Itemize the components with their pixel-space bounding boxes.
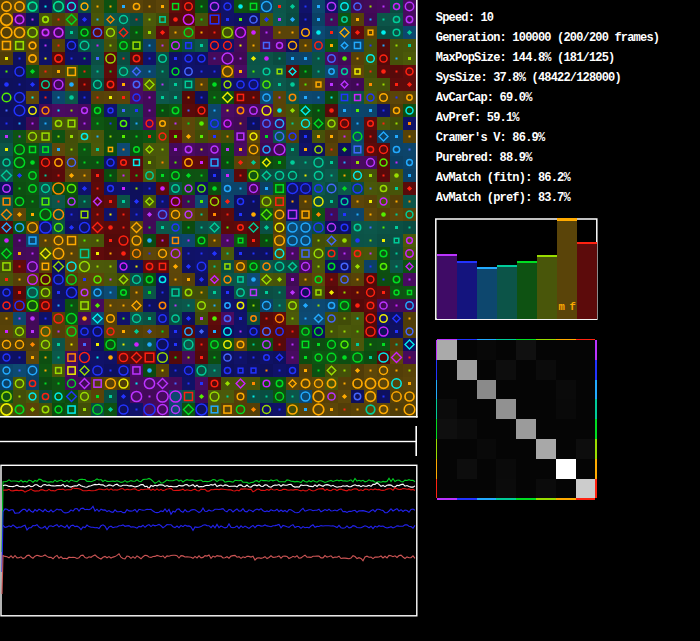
svg-text:f: f bbox=[570, 301, 576, 313]
svg-text:AvMatch (pref): 83.7%: AvMatch (pref): 83.7% bbox=[436, 191, 572, 205]
svg-text:Cramer's V: 86.9%: Cramer's V: 86.9% bbox=[436, 131, 546, 145]
svg-text:Generation: 100000 (200/200 fr: Generation: 100000 (200/200 frames) bbox=[436, 31, 659, 45]
svg-text:m: m bbox=[559, 301, 565, 313]
svg-text:MaxPopSize: 144.8% (181/125): MaxPopSize: 144.8% (181/125) bbox=[436, 51, 615, 65]
svg-text:AvCarCap: 69.0%: AvCarCap: 69.0% bbox=[436, 91, 533, 105]
svg-text:AvMatch (fitn): 86.2%: AvMatch (fitn): 86.2% bbox=[436, 171, 572, 185]
svg-text:AvPref: 59.1%: AvPref: 59.1% bbox=[436, 111, 521, 125]
svg-text:SysSize: 37.8% (48422/128000): SysSize: 37.8% (48422/128000) bbox=[436, 71, 621, 85]
svg-text:Speed: 10: Speed: 10 bbox=[436, 11, 494, 25]
svg-text:Purebred: 88.9%: Purebred: 88.9% bbox=[436, 151, 533, 165]
